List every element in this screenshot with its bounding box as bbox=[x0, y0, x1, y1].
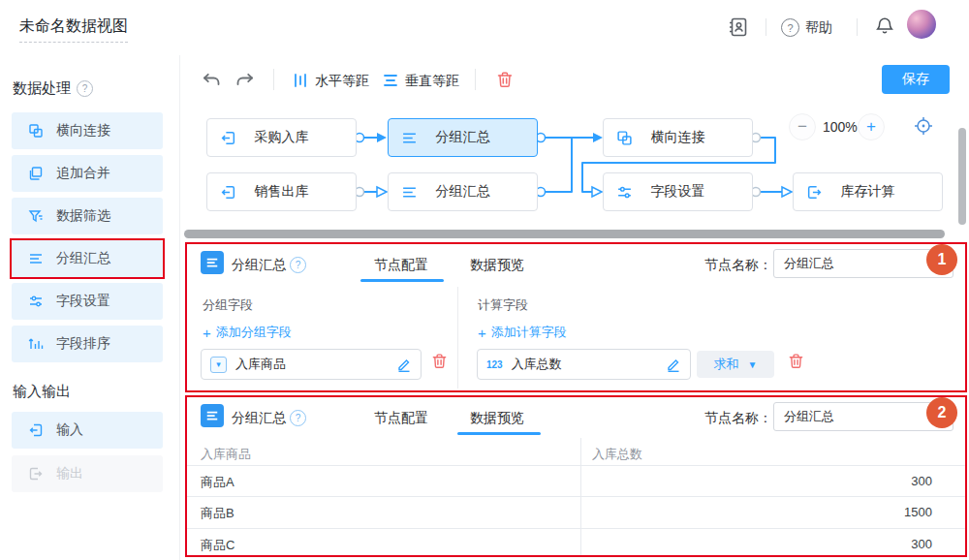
help-icon[interactable]: ? bbox=[290, 410, 306, 426]
sidebar-item-label: 输出 bbox=[56, 465, 83, 482]
delete-group-field-icon[interactable] bbox=[431, 353, 448, 370]
sidebar-item-append[interactable]: 追加合并 bbox=[12, 155, 163, 192]
section-label: 数据处理 bbox=[13, 79, 71, 98]
number-field-icon: 123 bbox=[486, 358, 503, 372]
append-merge-icon bbox=[28, 166, 44, 181]
active-tab-underline bbox=[457, 432, 541, 435]
add-group-field-link[interactable]: + 添加分组字段 bbox=[203, 324, 292, 341]
chevron-down-icon: ▼ bbox=[748, 359, 758, 370]
horizontal-join-icon bbox=[28, 123, 44, 139]
contacts-icon[interactable] bbox=[727, 16, 750, 39]
help-icon[interactable]: ? bbox=[290, 257, 306, 273]
add-group-field-label: 添加分组字段 bbox=[216, 324, 292, 341]
flow-node-join[interactable]: 横向连接 bbox=[603, 118, 753, 157]
tab-node-config[interactable]: 节点配置 bbox=[374, 410, 428, 427]
sidebar-item-filter[interactable]: 数据筛选 bbox=[12, 198, 163, 234]
vertical-spacing-icon[interactable] bbox=[383, 73, 398, 88]
redo-icon[interactable] bbox=[235, 71, 255, 88]
input-node-icon bbox=[220, 130, 236, 146]
horizontal-spacing-label[interactable]: 水平等距 bbox=[315, 73, 369, 90]
node-label: 销售出库 bbox=[255, 183, 309, 201]
group-summary-node-icon bbox=[201, 404, 224, 427]
zoom-level: 100% bbox=[823, 119, 858, 135]
tab-data-preview[interactable]: 数据预览 bbox=[470, 257, 524, 274]
flow-node-group-summary-1[interactable]: 分组汇总 bbox=[388, 118, 538, 157]
group-field-chip[interactable]: ▾ 入库商品 bbox=[201, 349, 422, 380]
help-icon[interactable]: ? bbox=[781, 18, 799, 37]
locate-icon[interactable] bbox=[913, 115, 934, 137]
sidebar-item-label: 输入 bbox=[56, 421, 83, 439]
node-label: 横向连接 bbox=[651, 129, 705, 146]
help-link[interactable]: 帮助 bbox=[805, 19, 832, 37]
tab-node-config[interactable]: 节点配置 bbox=[374, 257, 428, 274]
flow-node-group-summary-2[interactable]: 分组汇总 bbox=[388, 172, 538, 211]
avatar[interactable] bbox=[907, 10, 936, 39]
node-name-label: 节点名称： bbox=[704, 257, 772, 274]
panel-title: 分组汇总 bbox=[232, 257, 286, 274]
group-fields-label: 分组字段 bbox=[203, 296, 253, 314]
sidebar-item-input[interactable]: 输入 bbox=[12, 412, 163, 449]
horizontal-spacing-icon[interactable] bbox=[293, 73, 308, 88]
page-title[interactable]: 未命名数据视图 bbox=[19, 16, 128, 43]
plus-icon: + bbox=[478, 325, 486, 341]
aggregation-dropdown[interactable]: 求和 ▼ bbox=[697, 351, 774, 378]
sidebar-item-join[interactable]: 横向连接 bbox=[12, 112, 163, 149]
sidebar-item-field-sort[interactable]: 字段排序 bbox=[12, 326, 163, 362]
delete-calc-field-icon[interactable] bbox=[788, 353, 804, 370]
node-label: 字段设置 bbox=[651, 183, 705, 201]
add-calc-field-label: 添加计算字段 bbox=[491, 324, 567, 341]
help-icon[interactable]: ? bbox=[77, 80, 93, 97]
table-row-divider bbox=[187, 528, 965, 529]
output-node-icon bbox=[28, 466, 44, 482]
sidebar-item-output: 输出 bbox=[12, 455, 163, 492]
field-name: 入库商品 bbox=[235, 356, 286, 373]
canvas-toolbar: 水平等距 垂直等距 保存 bbox=[180, 55, 969, 106]
toolbar-divider bbox=[273, 69, 274, 90]
sidebar-item-label: 横向连接 bbox=[56, 122, 110, 140]
annotation-badge-2: 2 bbox=[926, 397, 957, 428]
data-preview-panel: 分组汇总 ? 节点配置 数据预览 节点名称： 2 入库商品 入库总数 商品A 3… bbox=[185, 395, 967, 557]
sidebar-item-field-settings[interactable]: 字段设置 bbox=[12, 283, 163, 320]
save-button[interactable]: 保存 bbox=[882, 65, 950, 94]
add-calc-field-link[interactable]: + 添加计算字段 bbox=[478, 324, 567, 341]
node-label: 分组汇总 bbox=[436, 183, 490, 201]
top-header: 未命名数据视图 ? 帮助 bbox=[0, 0, 969, 56]
vertical-spacing-label[interactable]: 垂直等距 bbox=[405, 73, 459, 90]
horizontal-scrollbar[interactable] bbox=[184, 230, 945, 238]
zoom-in-button[interactable]: + bbox=[858, 113, 885, 140]
flow-node-field-settings[interactable]: 字段设置 bbox=[603, 172, 753, 211]
table-cell-total: 300 bbox=[911, 474, 932, 488]
input-node-icon bbox=[28, 422, 44, 438]
sidebar-item-label: 数据筛选 bbox=[56, 207, 110, 225]
node-label: 库存计算 bbox=[841, 183, 895, 201]
table-header-total: 入库总数 bbox=[592, 446, 642, 463]
flow-canvas[interactable]: 采购入库 分组汇总 横向连接 bbox=[180, 105, 969, 242]
field-name: 入库总数 bbox=[512, 356, 562, 373]
delete-icon[interactable] bbox=[496, 71, 514, 89]
sidebar-section-io: 输入输出 bbox=[13, 383, 71, 401]
flow-node-purchase-in[interactable]: 采购入库 bbox=[206, 118, 357, 157]
zoom-out-button[interactable]: − bbox=[789, 113, 816, 140]
filter-icon bbox=[28, 208, 44, 224]
edit-icon[interactable] bbox=[666, 357, 681, 372]
undo-icon[interactable] bbox=[202, 71, 221, 88]
sliders-icon bbox=[28, 294, 44, 309]
header-divider bbox=[857, 18, 858, 36]
select-field-icon: ▾ bbox=[210, 357, 227, 373]
group-summary-icon bbox=[401, 130, 418, 146]
edit-icon[interactable] bbox=[396, 357, 412, 372]
sidebar-item-label: 分组汇总 bbox=[56, 250, 110, 267]
bell-icon[interactable] bbox=[874, 16, 895, 37]
active-tab-underline bbox=[360, 279, 444, 282]
tab-data-preview[interactable]: 数据预览 bbox=[470, 410, 524, 427]
node-label: 分组汇总 bbox=[436, 129, 490, 146]
calc-field-chip[interactable]: 123 入库总数 bbox=[477, 349, 691, 380]
sidebar-item-group-summary[interactable]: 分组汇总 bbox=[12, 240, 163, 277]
node-config-panel: 分组汇总 ? 节点配置 数据预览 节点名称： 1 分组字段 + 添加分组字段 ▾… bbox=[185, 242, 967, 392]
aggregation-value: 求和 bbox=[714, 356, 739, 373]
vertical-scrollbar[interactable] bbox=[958, 128, 966, 225]
column-divider bbox=[457, 287, 458, 389]
header-divider bbox=[766, 18, 766, 36]
flow-node-sales-out[interactable]: 销售出库 bbox=[206, 172, 357, 211]
flow-node-stock-calc[interactable]: 库存计算 bbox=[793, 172, 943, 211]
